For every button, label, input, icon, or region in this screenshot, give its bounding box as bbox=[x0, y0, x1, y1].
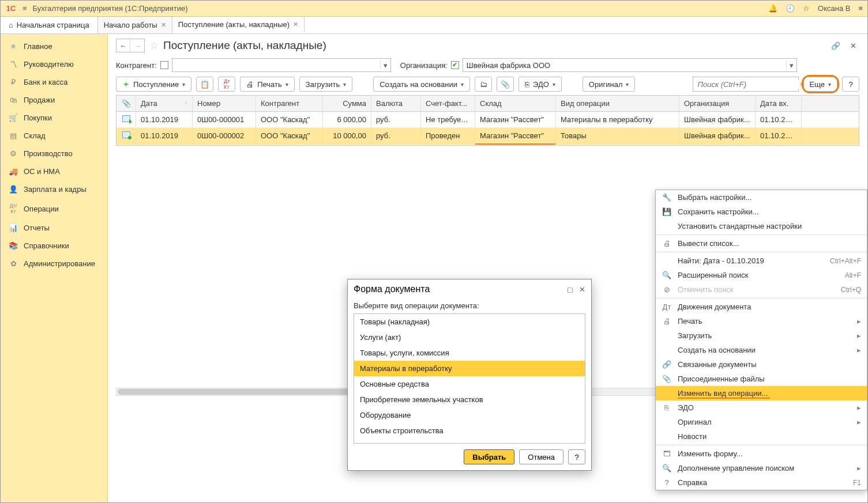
menu-item[interactable]: Изменить вид операции... bbox=[656, 386, 867, 400]
link-icon[interactable]: 🔗 bbox=[829, 39, 842, 52]
col-warehouse[interactable]: Склад bbox=[475, 96, 556, 111]
close-icon[interactable]: ✕ bbox=[579, 285, 585, 294]
menu-item[interactable]: ⊘Отменить поискCtrl+Q bbox=[656, 282, 867, 297]
org-filter-checkbox[interactable] bbox=[451, 61, 459, 69]
col-sum[interactable]: Сумма bbox=[323, 96, 371, 111]
org-combo[interactable]: Швейная фабрика ООО▾ bbox=[463, 58, 797, 72]
user-label[interactable]: Оксана В bbox=[818, 4, 850, 13]
home-tab[interactable]: ⌂ Начальная страница bbox=[1, 17, 98, 33]
col-currency[interactable]: Валюта bbox=[371, 96, 421, 111]
col-attach[interactable]: 📎 bbox=[117, 96, 136, 111]
chevron-down-icon[interactable]: ▾ bbox=[380, 61, 390, 70]
sidebar-item-hr[interactable]: 👤Зарплата и кадры bbox=[1, 180, 107, 198]
col-org[interactable]: Организация bbox=[679, 96, 756, 111]
menu-item[interactable]: ДтДвижения документа bbox=[656, 300, 867, 314]
copy-button[interactable]: 📋 bbox=[196, 77, 213, 92]
tab-receipts[interactable]: Поступление (акты, накладные) ✕ bbox=[172, 17, 305, 33]
search-field[interactable] bbox=[693, 80, 800, 89]
operation-type-option[interactable]: Товары, услуги, комиссия bbox=[354, 345, 585, 361]
close-page-icon[interactable]: ✕ bbox=[847, 39, 859, 52]
search-input[interactable]: × bbox=[693, 77, 799, 92]
menu-item[interactable]: Оригинал▸ bbox=[656, 415, 867, 429]
contragent-combo[interactable]: ▾ bbox=[172, 58, 391, 72]
tab-label: Начало работы bbox=[104, 21, 157, 29]
sidebar-item-admin[interactable]: ✿Администрирование bbox=[1, 255, 107, 273]
edo-button[interactable]: ⎘ЭДО▾ bbox=[518, 77, 562, 92]
col-date[interactable]: Дата↓ bbox=[136, 96, 193, 111]
sidebar-item-reports[interactable]: 📊Отчеты bbox=[1, 219, 107, 237]
menu-item[interactable]: 📎Присоединенные файлы bbox=[656, 372, 867, 386]
sidebar-item-sales[interactable]: 🛍Продажи bbox=[1, 91, 107, 109]
menu-item[interactable]: 🖨Вывести список... bbox=[656, 236, 867, 251]
favorites-icon[interactable]: ☆ bbox=[803, 4, 810, 13]
favorite-toggle-icon[interactable]: ☆ bbox=[149, 39, 159, 52]
dtkt-button[interactable]: ДтКт bbox=[218, 77, 235, 92]
chevron-down-icon[interactable]: ▾ bbox=[786, 61, 796, 70]
sidebar-item-purchases[interactable]: 🛒Покупки bbox=[1, 109, 107, 127]
create-based-button[interactable]: Создать на основании▾ bbox=[373, 77, 470, 92]
menu-item[interactable]: Новости bbox=[656, 429, 867, 444]
col-date-in[interactable]: Дата вх. bbox=[756, 96, 802, 111]
menu-item[interactable]: Загрузить▸ bbox=[656, 328, 867, 343]
sidebar-item-manager[interactable]: 〽Руководителю bbox=[1, 55, 107, 73]
contragent-filter-checkbox[interactable] bbox=[160, 61, 168, 69]
nav-forward-button[interactable]: → bbox=[130, 39, 144, 52]
menu-item[interactable]: 🖨Печать▸ bbox=[656, 314, 867, 328]
menu-item[interactable]: 🔍Дополнение управление поиском▸ bbox=[656, 461, 867, 475]
sidebar-item-warehouse[interactable]: ▤Склад bbox=[1, 127, 107, 145]
help-button[interactable]: ? bbox=[842, 77, 859, 92]
original-button[interactable]: Оригинал▾ bbox=[583, 77, 636, 92]
operation-type-option[interactable]: Материалы в переработку bbox=[354, 361, 585, 376]
nav-back-button[interactable]: ← bbox=[117, 39, 130, 52]
sidebar-item-main[interactable]: ≡Главное bbox=[1, 37, 107, 55]
menu-item[interactable]: ⎘ЭДО▸ bbox=[656, 400, 867, 415]
main-menu-icon[interactable]: ≡ bbox=[22, 4, 27, 13]
operation-type-option[interactable]: Оборудование bbox=[354, 407, 585, 423]
close-icon[interactable]: ✕ bbox=[161, 21, 166, 29]
menu-item[interactable]: 💾Сохранить настройки... bbox=[656, 205, 867, 219]
table-row[interactable]: 01.10.2019 0Ш00-000001 ООО "Каскад" 6 00… bbox=[117, 112, 859, 128]
menu-item[interactable]: 🗔Изменить форму... bbox=[656, 447, 867, 461]
operation-type-option[interactable]: Основные средства bbox=[354, 376, 585, 392]
col-number[interactable]: Номер bbox=[193, 96, 256, 111]
table-row[interactable]: 01.10.2019 0Ш00-000002 ООО "Каскад" 10 0… bbox=[117, 128, 859, 145]
menu-item[interactable]: 🔍Расширенный поискAlt+F bbox=[656, 268, 867, 282]
more-button[interactable]: Еще▾ bbox=[803, 77, 837, 92]
menu-item[interactable]: 🔗Связанные документы bbox=[656, 357, 867, 372]
cancel-button[interactable]: Отмена bbox=[519, 449, 563, 464]
operation-type-option[interactable]: Объекты строительства bbox=[354, 423, 585, 438]
menu-item[interactable]: ?СправкаF1 bbox=[656, 475, 867, 490]
help-button[interactable]: ? bbox=[568, 449, 585, 464]
cell-sum: 10 000,00 bbox=[323, 128, 371, 145]
history-icon[interactable]: 🕘 bbox=[786, 4, 795, 13]
menu-item[interactable]: Найти: Дата - 01.10.2019Ctrl+Alt+F bbox=[656, 254, 867, 268]
window-menu-icon[interactable]: ≡ bbox=[858, 4, 863, 13]
col-operation[interactable]: Вид операции bbox=[556, 96, 679, 111]
operation-type-option[interactable]: Товары (накладная) bbox=[354, 314, 585, 330]
menu-item[interactable]: 🔧Выбрать настройки... bbox=[656, 190, 867, 205]
col-invoice[interactable]: Счет-факт... bbox=[421, 96, 475, 111]
operation-type-option[interactable]: Услуги (акт) bbox=[354, 330, 585, 345]
sidebar-item-assets[interactable]: 🚚ОС и НМА bbox=[1, 162, 107, 180]
ok-button[interactable]: Выбрать bbox=[464, 449, 514, 464]
load-button[interactable]: Загрузить▾ bbox=[299, 77, 352, 92]
tab-start[interactable]: Начало работы ✕ bbox=[98, 17, 172, 33]
operation-type-list[interactable]: Товары (накладная)Услуги (акт)Товары, ус… bbox=[354, 313, 585, 444]
menu-item[interactable]: Установить стандартные настройки bbox=[656, 219, 867, 233]
print-button[interactable]: 🖨Печать▾ bbox=[240, 77, 295, 92]
sidebar-item-operations[interactable]: Дт/КтОперации bbox=[1, 198, 107, 219]
operation-type-option[interactable]: Приобретение земельных участков bbox=[354, 392, 585, 407]
close-icon[interactable]: ✕ bbox=[293, 21, 298, 28]
notifications-icon[interactable]: 🔔 bbox=[768, 4, 777, 13]
receipt-button[interactable]: ＋Поступление▾ bbox=[116, 77, 191, 92]
sidebar-item-bank[interactable]: ₽Банк и касса bbox=[1, 73, 107, 91]
sidebar-item-refs[interactable]: 📚Справочники bbox=[1, 237, 107, 255]
menu-label: Печать bbox=[678, 317, 851, 326]
titlebar: 1C ≡ Бухгалтерия предприятия (1С:Предпри… bbox=[1, 1, 867, 17]
menu-item[interactable]: Создать на основании▸ bbox=[656, 343, 867, 357]
sidebar-item-production[interactable]: ⚙Производство bbox=[1, 145, 107, 162]
maximize-icon[interactable]: ◻ bbox=[567, 285, 573, 294]
attach-button[interactable]: 📎 bbox=[497, 77, 514, 92]
col-contragent[interactable]: Контрагент bbox=[256, 96, 323, 111]
related-docs-button[interactable]: 🗂 bbox=[475, 77, 492, 92]
